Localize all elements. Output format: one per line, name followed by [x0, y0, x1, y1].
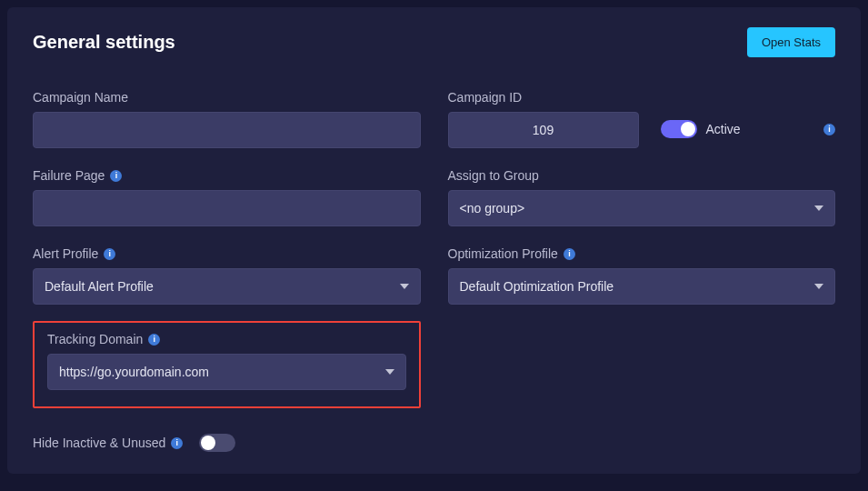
label-text: Tracking Domain: [47, 332, 143, 346]
info-icon[interactable]: i: [110, 170, 122, 182]
label-hide-inactive: Hide Inactive & Unused i: [33, 436, 183, 450]
label-text: Alert Profile: [33, 246, 98, 261]
alert-profile-select[interactable]: Default Alert Profile: [33, 268, 421, 305]
label-text: Campaign ID: [448, 90, 523, 105]
optimization-profile-select[interactable]: Default Optimization Profile: [448, 268, 836, 305]
label-optimization-profile: Optimization Profile i: [448, 246, 836, 261]
info-icon[interactable]: i: [823, 124, 835, 135]
page-title: General settings: [33, 32, 175, 53]
label-text: Optimization Profile: [448, 246, 558, 261]
label-text: Campaign Name: [33, 90, 128, 105]
label-failure-page: Failure Page i: [33, 168, 421, 183]
label-text: Assign to Group: [448, 168, 539, 183]
label-alert-profile: Alert Profile i: [33, 246, 421, 261]
toggle-knob: [681, 122, 695, 136]
field-campaign-id: Campaign ID: [448, 90, 639, 148]
field-campaign-name: Campaign Name: [33, 90, 421, 148]
form-grid: Campaign Name Campaign ID Active i: [33, 90, 835, 452]
tracking-domain-select[interactable]: https://go.yourdomain.com: [47, 354, 406, 390]
info-icon[interactable]: i: [104, 248, 115, 260]
panel-header: General settings Open Stats: [33, 27, 835, 57]
campaign-name-input[interactable]: [33, 112, 421, 148]
assign-group-select[interactable]: <no group>: [448, 190, 836, 226]
label-campaign-name: Campaign Name: [33, 90, 421, 105]
general-settings-panel: General settings Open Stats Campaign Nam…: [7, 7, 861, 474]
toggle-knob: [201, 436, 215, 450]
open-stats-button[interactable]: Open Stats: [747, 27, 835, 57]
label-text: Failure Page: [33, 168, 105, 183]
failure-page-input[interactable]: [33, 190, 421, 226]
campaign-id-input[interactable]: [448, 112, 639, 148]
field-assign-group: Assign to Group <no group>: [448, 168, 836, 226]
label-tracking-domain: Tracking Domain i: [47, 332, 406, 346]
empty-cell: [448, 325, 836, 408]
info-icon[interactable]: i: [148, 334, 160, 346]
hide-inactive-row: Hide Inactive & Unused i: [33, 434, 835, 452]
active-toggle[interactable]: [661, 120, 697, 138]
info-icon[interactable]: i: [564, 248, 575, 260]
field-optimization-profile: Optimization Profile i Default Optimizat…: [448, 246, 836, 305]
active-toggle-wrap: Active: [661, 120, 741, 138]
tracking-domain-highlight: Tracking Domain i https://go.yourdomain.…: [33, 321, 421, 408]
label-assign-group: Assign to Group: [448, 168, 836, 183]
active-label: Active: [706, 122, 741, 136]
field-failure-page: Failure Page i: [33, 168, 421, 226]
field-alert-profile: Alert Profile i Default Alert Profile: [33, 246, 421, 305]
field-campaign-id-row: Campaign ID Active i: [448, 90, 836, 148]
label-campaign-id: Campaign ID: [448, 90, 639, 105]
info-icon[interactable]: i: [171, 437, 183, 449]
label-text: Hide Inactive & Unused: [33, 436, 165, 450]
hide-inactive-toggle[interactable]: [199, 434, 235, 452]
field-tracking-domain: Tracking Domain i https://go.yourdomain.…: [47, 332, 406, 390]
